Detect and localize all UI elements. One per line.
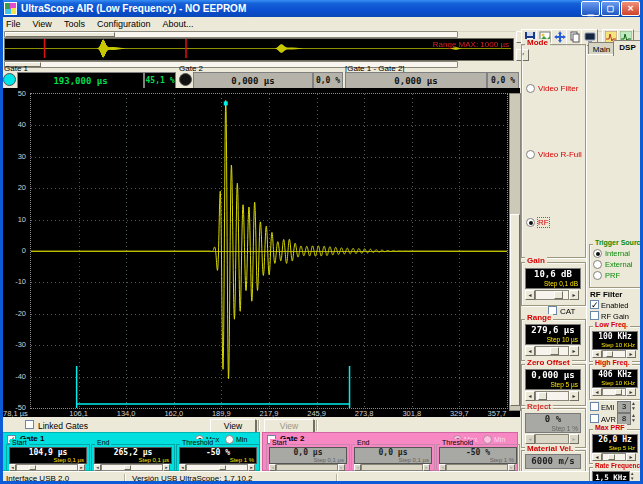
gate2-percent-display: 0,0 % bbox=[313, 72, 343, 89]
window-title: UltraScope AIR (Low Frequency) - NO EEPR… bbox=[21, 3, 246, 14]
thumb[interactable] bbox=[219, 465, 226, 470]
gate1-threshold-display: -50 %Step 1 % bbox=[179, 447, 257, 464]
menu-tools[interactable]: Tools bbox=[58, 19, 91, 29]
thumb[interactable] bbox=[29, 465, 36, 470]
emi-checkbox[interactable] bbox=[590, 402, 599, 411]
gate-field-start: Start0,0 µsStep 0,1 µs◄► bbox=[266, 444, 350, 472]
menu-about[interactable]: About... bbox=[156, 19, 199, 29]
avr-checkbox[interactable] bbox=[590, 414, 599, 423]
mode-option-videorfull[interactable]: Video R-Full bbox=[526, 149, 582, 159]
high-freq-group: High Freq. 406 KHzStep 10 KHz ◄► bbox=[589, 364, 641, 400]
range-max-label: Range MAX: 1000 µs bbox=[433, 40, 509, 49]
arrow-left-icon[interactable]: ◄ bbox=[94, 464, 101, 471]
track bbox=[361, 464, 423, 471]
range-scrollbar[interactable]: ◄► bbox=[525, 346, 579, 356]
view-button-1[interactable]: View bbox=[210, 419, 256, 433]
overview-top-slider-thumb[interactable] bbox=[5, 32, 115, 37]
tab-dsp[interactable]: DSP bbox=[613, 40, 642, 56]
gate1-end-scrollbar[interactable]: ◄► bbox=[94, 464, 170, 471]
gate1-time-display: 193,000 µs bbox=[17, 72, 144, 89]
overview-strip[interactable]: Range MAX: 1000 µs bbox=[4, 38, 514, 61]
thumb[interactable] bbox=[124, 465, 131, 470]
emi-spinner[interactable]: ▲▼ bbox=[631, 401, 636, 411]
avr-label: AVR bbox=[601, 415, 616, 424]
step: Step 1 % bbox=[440, 457, 516, 463]
low-freq-scrollbar[interactable]: ◄► bbox=[592, 350, 636, 358]
zero-offset-group-label: Zero Offset bbox=[525, 359, 572, 368]
y-tick-label: -20 bbox=[0, 309, 26, 318]
x-tick-label: 217,9 bbox=[256, 409, 282, 418]
y-tick-label: 0 bbox=[0, 246, 26, 255]
minimize-button[interactable]: ▁ bbox=[581, 1, 600, 16]
app-window: UltraScope AIR (Low Frequency) - NO EEPR… bbox=[0, 0, 643, 484]
gate-field-end: End265,2 µsStep 0,1 µs◄► bbox=[91, 444, 175, 472]
high-freq-display: 406 KHzStep 10 KHz bbox=[592, 369, 638, 388]
plot-vscroll-thumb[interactable] bbox=[510, 214, 520, 406]
window-border-left bbox=[0, 0, 3, 484]
menu-configuration[interactable]: Configuration bbox=[91, 19, 157, 29]
gate1-threshold-scrollbar[interactable]: ◄► bbox=[179, 464, 255, 471]
rf-gain-label: RF Gain bbox=[601, 312, 629, 321]
range-display: 279,6 µsStep 10 µs bbox=[525, 324, 581, 345]
cat-label: CAT bbox=[560, 307, 575, 316]
trigger-option-internal[interactable]: Internal bbox=[593, 249, 633, 258]
trigger-option-external[interactable]: External bbox=[593, 260, 633, 269]
rf-filter-enabled-checkbox[interactable]: ✓ bbox=[590, 300, 599, 309]
arrow-left-icon[interactable]: ◄ bbox=[9, 464, 16, 471]
mode-option-rf[interactable]: RF bbox=[526, 217, 549, 227]
x-tick-label: 189,9 bbox=[208, 409, 234, 418]
material-vel-display: 6000 m/s bbox=[525, 454, 581, 469]
divider bbox=[258, 420, 259, 431]
gate1-min-radio[interactable] bbox=[225, 435, 234, 444]
gate2-min-label: Min bbox=[494, 436, 505, 443]
y-tick-label: 20 bbox=[0, 183, 26, 192]
trigger-option-prf[interactable]: PRF bbox=[593, 271, 633, 280]
close-button[interactable]: ✕ bbox=[621, 1, 640, 16]
zero-offset-group: Zero Offset 0,000 µsStep 5 µs ◄► bbox=[521, 364, 586, 406]
gate2-start-scrollbar: ◄► bbox=[269, 464, 345, 471]
arrow-right-icon: ► bbox=[508, 464, 515, 471]
x-tick-label: 301,8 bbox=[399, 409, 425, 418]
gate-field-threshold: Threshold-50 %Step 1 %◄► bbox=[436, 444, 520, 472]
arrow-left-icon[interactable]: ◄ bbox=[179, 464, 186, 471]
arrow-right-icon[interactable]: ► bbox=[78, 464, 85, 471]
maximize-button[interactable]: ▢ bbox=[601, 1, 620, 16]
value: 104,9 µs bbox=[10, 448, 86, 457]
arrow-left-icon: ◄ bbox=[354, 464, 361, 471]
trigger-option-label: PRF bbox=[605, 271, 620, 280]
mode-option-videofilter[interactable]: Video Filter bbox=[526, 83, 578, 93]
range-group: Range 279,6 µsStep 10 µs ◄► bbox=[521, 319, 586, 361]
overview-top-slider[interactable] bbox=[4, 31, 458, 38]
high-freq-scrollbar[interactable]: ◄► bbox=[592, 388, 636, 396]
mode-group: Mode Video FilterVideo R-FullRF bbox=[521, 44, 586, 258]
radio-icon bbox=[593, 271, 602, 280]
arrow-right-icon[interactable]: ► bbox=[248, 464, 255, 471]
y-tick-label: -10 bbox=[0, 277, 26, 286]
x-tick-label: 134,0 bbox=[113, 409, 139, 418]
gate-diff-percent-display: 0,0 % bbox=[487, 72, 519, 89]
y-tick-label: 10 bbox=[0, 215, 26, 224]
gain-scrollbar[interactable]: ◄► bbox=[525, 290, 579, 300]
avr-spinner[interactable]: ▲▼ bbox=[631, 413, 636, 423]
gate1-start-scrollbar[interactable]: ◄► bbox=[9, 464, 85, 471]
arrow-right-icon[interactable]: ► bbox=[163, 464, 170, 471]
divider bbox=[316, 420, 317, 431]
gain-display: 10,6 dBStep 0,1 dB bbox=[525, 268, 581, 289]
radio-icon bbox=[526, 84, 535, 93]
arrow-right-icon: ► bbox=[338, 464, 345, 471]
material-vel-group-label: Material Vel. bbox=[525, 445, 575, 454]
max-prf-scrollbar[interactable]: ◄► bbox=[592, 453, 636, 461]
scope-plot-area[interactable] bbox=[30, 93, 508, 409]
plot-vertical-scrollbar[interactable] bbox=[509, 93, 521, 411]
zero-offset-scrollbar[interactable]: ◄► bbox=[525, 391, 579, 401]
menu-file[interactable]: File bbox=[0, 19, 27, 29]
menu-view[interactable]: View bbox=[27, 19, 58, 29]
linked-gates-checkbox[interactable] bbox=[25, 420, 34, 429]
rf-gain-checkbox[interactable] bbox=[590, 311, 599, 320]
gate1-min-label: Min bbox=[236, 436, 247, 443]
track bbox=[446, 464, 508, 471]
mode-option-label: RF bbox=[538, 218, 549, 227]
radio-icon bbox=[526, 218, 535, 227]
rate-frequency-spinner[interactable]: ▲▼ bbox=[630, 471, 634, 481]
y-tick-label: 30 bbox=[0, 152, 26, 161]
